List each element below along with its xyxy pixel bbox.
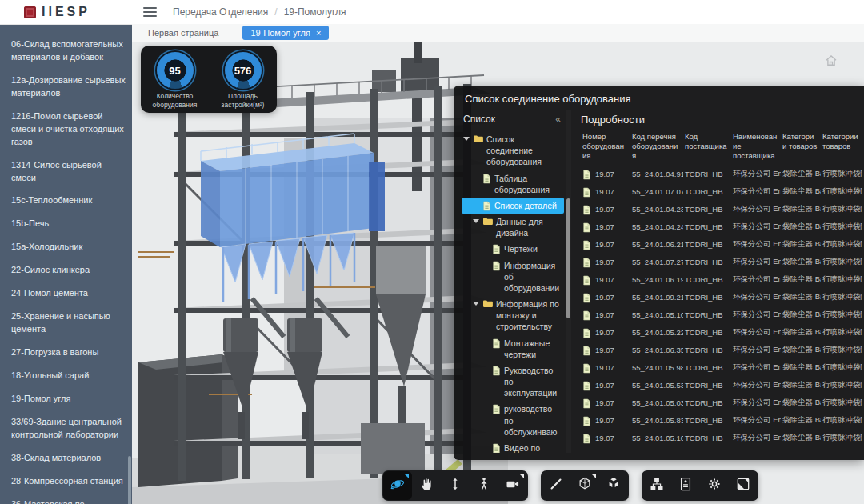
file-icon: [492, 244, 501, 254]
tool-settings-button[interactable]: [700, 471, 729, 500]
table-cell: 19.07: [581, 306, 630, 324]
column-header[interactable]: Категории товаров: [821, 130, 862, 166]
sidebar-item[interactable]: 18-Угольный сарай: [11, 370, 127, 382]
gauge-ring: 95: [157, 52, 194, 89]
table-row[interactable]: 19.0755_24.01.05.03TCDRI_HB环保分公司 Envirc袋…: [581, 394, 862, 412]
sidebar-item[interactable]: 12а-Дозирование сырьевых материалов: [11, 74, 127, 100]
table-row[interactable]: 19.0755_24.01.05.83TCDRI_HB环保分公司 Envirc袋…: [581, 412, 862, 430]
tool-hierarchy-button[interactable]: [642, 471, 671, 500]
tree-item-folder[interactable]: Информация по монтажу и строительству: [462, 296, 564, 335]
column-header[interactable]: Код перечня оборудования: [630, 130, 683, 166]
tree-item[interactable]: Руководство по эксплуатации: [462, 362, 564, 402]
file-icon: [582, 381, 591, 391]
sidebar-item[interactable]: 36-Мастерская по механическому ремонту: [11, 498, 127, 504]
table-cell: 19.07: [581, 271, 630, 289]
expand-caret-icon[interactable]: [463, 137, 470, 141]
tree-item[interactable]: Таблица оборудования: [462, 170, 564, 198]
tool-properties-button[interactable]: [671, 471, 700, 500]
sidebar-item[interactable]: 19-Помол угля: [11, 393, 127, 406]
table-cell: 行喷脉冲袋除: [821, 289, 862, 306]
table-row[interactable]: 19.0755_24.01.04.23TCDRI_HB环保分公司 Envirc袋…: [581, 201, 862, 218]
tool-pan-button[interactable]: [412, 471, 441, 500]
sidebar-item[interactable]: 33/69-Здание центральной контрольной лаб…: [11, 416, 127, 442]
tab-inactive[interactable]: Первая страница: [145, 26, 222, 39]
home-icon[interactable]: [824, 54, 838, 68]
table-row[interactable]: 19.0755_24.01.05.22TCDRI_HB环保分公司 Envirc袋…: [581, 324, 862, 342]
tool-explode-button[interactable]: [570, 471, 599, 500]
tree-item-label: Информация по монтажу и строительству: [496, 298, 562, 333]
sidebar-item[interactable]: 15а-Холодильник: [11, 241, 127, 254]
tree-item[interactable]: Видео по монтажу: [462, 440, 564, 453]
sidebar-item[interactable]: 38-Склад материалов: [11, 452, 127, 465]
table-row[interactable]: 19.0755_24.01.05.100TCDRI_HB环保分公司 Envirc…: [581, 306, 862, 324]
table-row[interactable]: 19.0755_24.01.04.91TCDRI_HB环保分公司 Envirc袋…: [581, 166, 862, 183]
tree-item-folder[interactable]: Список соединение оборудования: [462, 131, 564, 170]
table-cell: TCDRI_HB: [683, 236, 731, 254]
sidebar-scrollbar[interactable]: [128, 456, 131, 504]
sidebar-item[interactable]: 25-Хранение и насыпью цемента: [11, 310, 127, 336]
table-row[interactable]: 19.0755_24.01.06.19TCDRI_HB环保分公司 Envirc袋…: [581, 271, 862, 289]
sidebar-item[interactable]: 24-Помол цемента: [11, 287, 127, 300]
tree-item[interactable]: руководство по обслужинваю: [462, 401, 564, 440]
toolbar-group: [382, 470, 528, 501]
table-row[interactable]: 19.0755_24.01.05.53TCDRI_HB环保分公司 Envirc袋…: [581, 377, 862, 394]
table-row[interactable]: 19.0755_24.01.99.21TCDRI_HB环保分公司 Envirc袋…: [581, 289, 862, 306]
tab-close-icon[interactable]: ×: [316, 29, 321, 38]
tree-item-label: Таблица оборудования: [494, 173, 562, 195]
table-cell: 55_24.01.05.53: [630, 377, 683, 394]
file-icon: [482, 174, 491, 184]
sidebar-item[interactable]: 1314-Силос сырьевой смеси: [11, 159, 127, 185]
sidebar-item[interactable]: 22-Силос клинкера: [11, 264, 127, 277]
column-header[interactable]: Номер оборудования: [581, 130, 630, 166]
column-header[interactable]: Код поставщика: [683, 130, 731, 166]
tree-item[interactable]: Чертежи: [462, 241, 564, 257]
column-header[interactable]: Наименование поставщика: [731, 130, 781, 166]
tool-viewcube-button[interactable]: [599, 471, 628, 500]
table-row[interactable]: 19.0755_24.01.07.07TCDRI_HB环保分公司 Envirc袋…: [581, 183, 862, 201]
breadcrumb-item[interactable]: 19-Помолугля: [284, 6, 346, 18]
table-cell: 55_24.01.05.103: [630, 430, 683, 447]
table-cell: 环保分公司 Envirc: [731, 236, 781, 254]
tool-elevation-button[interactable]: [441, 471, 470, 500]
tree-item[interactable]: Список деталей: [462, 198, 564, 214]
tool-measure-button[interactable]: [542, 471, 570, 500]
table-row[interactable]: 19.0755_24.01.06.35TCDRI_HB环保分公司 Envirc袋…: [581, 342, 862, 359]
table-row[interactable]: 19.0755_24.01.05.98TCDRI_HB环保分公司 Envirc袋…: [581, 359, 862, 377]
expand-caret-icon[interactable]: [473, 302, 479, 306]
tool-camera-button[interactable]: [498, 471, 527, 500]
table-row[interactable]: 19.0755_24.01.05.103TCDRI_HB环保分公司 Envirc…: [581, 430, 862, 447]
tab-active[interactable]: 19-Помол угля×: [242, 26, 329, 40]
pan-icon: [418, 476, 434, 495]
explode-icon: [577, 476, 593, 495]
tool-fullscreen-button[interactable]: [729, 471, 758, 500]
table-row[interactable]: 19.0755_24.01.04.24TCDRI_HB环保分公司 Envirc袋…: [581, 218, 862, 236]
tree-scrollbar[interactable]: [566, 110, 571, 453]
file-icon: [492, 404, 501, 414]
table-cell: 袋除尘器 Bag: [781, 430, 821, 447]
folder-icon: [482, 299, 493, 308]
menu-icon[interactable]: [143, 5, 157, 19]
tree-item[interactable]: Информация об оборудовании: [462, 258, 564, 297]
sidebar-item[interactable]: 28-Компрессорная станция: [11, 475, 127, 488]
settings-icon: [706, 476, 722, 495]
sidebar-item[interactable]: 15с-Теплообменник: [11, 194, 127, 207]
folder-icon: [482, 217, 493, 226]
breadcrumb-item[interactable]: Передача Отделения: [173, 6, 268, 18]
sidebar-item[interactable]: 1216-Помол сырьевой смеси и очистка отхо…: [11, 110, 127, 149]
table-row[interactable]: 19.0755_24.01.06.21TCDRI_HB环保分公司 Envirc袋…: [581, 236, 862, 254]
sidebar-item[interactable]: 27-Погрузка в вагоны: [11, 346, 127, 359]
sidebar-item[interactable]: 06-Склад вспомогательных материалов и до…: [11, 38, 127, 64]
tool-walk-button[interactable]: [470, 471, 498, 500]
collapse-icon[interactable]: «: [555, 114, 561, 125]
table-cell: 19.07: [581, 412, 630, 430]
table-cell: TCDRI_HB: [683, 201, 731, 218]
sidebar-item[interactable]: 15b-Печь: [11, 218, 127, 230]
table-row[interactable]: 19.0755_24.01.07.27TCDRI_HB环保分公司 Envirc袋…: [581, 254, 862, 271]
tree-item-folder[interactable]: Данные для дизайна: [462, 214, 564, 241]
column-header[interactable]: Категории товаров: [781, 130, 821, 166]
tool-orbit-button[interactable]: [383, 471, 412, 500]
table-cell: 行喷脉冲袋除: [821, 359, 862, 377]
table-cell: 环保分公司 Envirc: [731, 324, 781, 342]
expand-caret-icon[interactable]: [473, 219, 479, 223]
tree-item[interactable]: Монтажные чертежи: [462, 335, 564, 362]
